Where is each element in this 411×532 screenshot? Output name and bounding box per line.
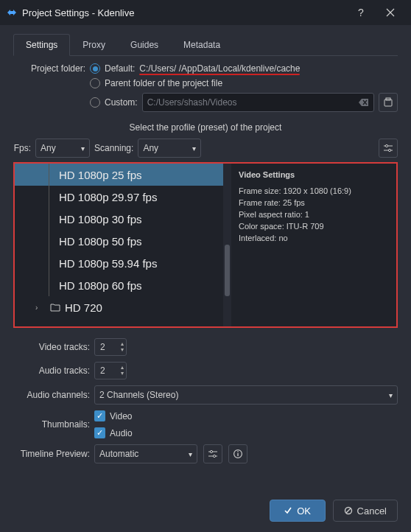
scanning-label: Scanning: <box>94 143 133 153</box>
help-button[interactable]: ? <box>346 0 376 25</box>
svg-rect-8 <box>237 451 238 452</box>
checkbox-thumb-audio[interactable]: ✓ <box>94 427 105 438</box>
radio-custom[interactable] <box>90 97 100 108</box>
audio-tracks-label: Audio tracks: <box>13 365 94 376</box>
timeline-preview-settings-button[interactable] <box>203 444 222 463</box>
pixel-aspect: Pixel aspect ratio: 1 <box>239 209 389 221</box>
profile-list[interactable]: HD 1080p 25 fps HD 1080p 29.97 fps HD 10… <box>15 164 231 326</box>
chevron-down-icon: ▾ <box>389 391 393 399</box>
thumbnails-label: Thumbnails: <box>13 419 94 430</box>
profile-item[interactable]: HD 1080p 29.97 fps <box>15 186 231 208</box>
profile-heading: Select the profile (preset) of the proje… <box>13 122 398 133</box>
fps-scanning-row: Fps: Any ▾ Scanning: Any ▾ <box>13 139 398 158</box>
cancel-button[interactable]: Cancel <box>333 500 398 522</box>
profile-group-hd720[interactable]: › HD 720 <box>15 296 231 318</box>
color-space: Color space: ITU-R 709 <box>239 221 389 233</box>
thumb-audio-label: Audio <box>110 428 133 438</box>
project-folder-custom-row: Custom: C:/Users/shash/Videos <box>13 93 398 112</box>
profile-item[interactable]: HD 1080p 59.94 fps <box>15 252 231 274</box>
tab-proxy[interactable]: Proxy <box>70 34 118 56</box>
custom-path-input[interactable]: C:/Users/shash/Videos <box>142 93 374 112</box>
video-tracks-spinner[interactable]: 2 ▴▾ <box>94 338 127 356</box>
frame-rate: Frame rate: 25 fps <box>239 197 389 209</box>
tab-settings[interactable]: Settings <box>13 34 70 56</box>
parent-label: Parent folder of the project file <box>105 78 222 88</box>
timeline-preview-label: Timeline Preview: <box>13 449 94 459</box>
timeline-preview-select[interactable]: Automatic ▾ <box>94 444 197 463</box>
frame-size: Frame size: 1920 x 1080 (16:9) <box>239 186 389 197</box>
fps-select[interactable]: Any ▾ <box>35 139 90 158</box>
window-title: Project Settings - Kdenlive <box>22 7 134 18</box>
timeline-preview-info-button[interactable] <box>228 444 247 463</box>
project-folder-label: Project folder: <box>13 63 85 74</box>
tabs: Settings Proxy Guides Metadata <box>13 34 398 56</box>
thumb-video-label: Video <box>110 411 132 421</box>
checkbox-thumb-video[interactable]: ✓ <box>94 410 105 421</box>
profile-item[interactable]: HD 1080p 60 fps <box>15 274 231 296</box>
close-button[interactable] <box>376 0 405 25</box>
custom-path-placeholder: C:/Users/shash/Videos <box>147 97 354 108</box>
profile-box: HD 1080p 25 fps HD 1080p 29.97 fps HD 10… <box>13 162 398 328</box>
chevron-down-icon: ▾ <box>192 144 196 153</box>
interlaced: Interlaced: no <box>239 233 389 245</box>
radio-parent[interactable] <box>90 78 100 88</box>
profile-settings-button[interactable] <box>379 139 398 158</box>
tab-metadata[interactable]: Metadata <box>171 34 233 56</box>
tab-guides[interactable]: Guides <box>118 34 171 56</box>
video-settings-panel: Video Settings Frame size: 1920 x 1080 (… <box>231 164 396 326</box>
svg-rect-7 <box>237 453 238 456</box>
custom-label: Custom: <box>105 97 138 108</box>
browse-folder-button[interactable] <box>379 93 398 112</box>
svg-point-3 <box>388 149 390 151</box>
profile-item[interactable]: HD 1080p 30 fps <box>15 208 231 230</box>
profile-item[interactable]: HD 1080p 25 fps <box>15 164 231 186</box>
chevron-down-icon: ▾ <box>189 450 192 458</box>
svg-point-5 <box>213 455 215 457</box>
audio-channels-label: Audio channels: <box>13 390 94 400</box>
fps-label: Fps: <box>13 143 31 153</box>
default-label: Default: <box>105 63 135 74</box>
audio-tracks-spinner[interactable]: 2 ▴▾ <box>94 362 127 379</box>
video-settings-heading: Video Settings <box>239 169 389 181</box>
chevron-down-icon: ▾ <box>81 144 85 153</box>
scrollbar[interactable] <box>223 164 231 326</box>
audio-channels-select[interactable]: 2 Channels (Stereo) ▾ <box>94 385 398 405</box>
profile-item[interactable]: HD 1080p 50 fps <box>15 230 231 252</box>
ok-button[interactable]: OK <box>270 500 326 522</box>
folder-icon <box>50 303 60 312</box>
svg-point-2 <box>385 144 387 147</box>
scanning-select[interactable]: Any ▾ <box>138 139 201 158</box>
app-icon <box>6 7 18 18</box>
video-tracks-label: Video tracks: <box>13 342 94 352</box>
default-path: C:/Users/ /AppData/Local/kdenlive/cache <box>139 63 300 74</box>
project-folder-default-row: Project folder: Default: C:/Users/ /AppD… <box>13 63 398 74</box>
radio-default[interactable] <box>90 63 100 74</box>
clear-icon[interactable] <box>359 98 369 107</box>
svg-point-4 <box>210 450 212 452</box>
titlebar: Project Settings - Kdenlive ? <box>0 0 411 25</box>
chevron-right-icon: › <box>35 304 46 312</box>
project-folder-parent-row: Parent folder of the project file <box>13 78 398 88</box>
